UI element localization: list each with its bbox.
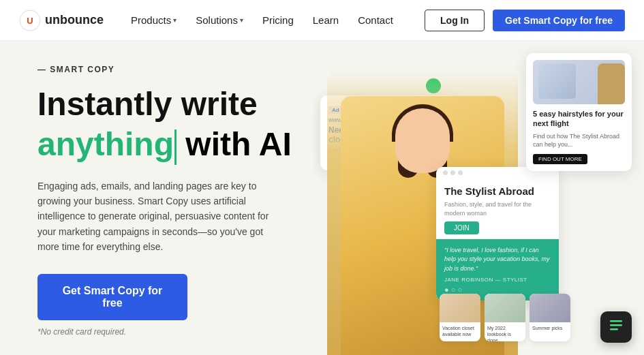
login-button[interactable]: Log In (425, 10, 485, 31)
nav-links: Products ▾ Solutions ▾ Pricing Learn Con… (123, 10, 425, 30)
hero-right: Ad www.cheapvitaminsmart.ca Need help wi… (313, 41, 644, 355)
brand-name: unbounce (45, 13, 104, 27)
hero-section: SMART COPY Instantly write anything with… (0, 41, 644, 355)
nav-item-learn[interactable]: Learn (305, 10, 347, 30)
eyebrow-label: SMART COPY (37, 65, 313, 74)
chat-widget-icon (608, 317, 624, 337)
stylist-sub: Fashion, style, and travel for the moder… (444, 200, 551, 217)
mini-card-text-3: Summer picks (530, 322, 570, 334)
blog-person-figure (598, 63, 625, 104)
hero-title-line2: anything with AI (37, 127, 313, 164)
nav-item-solutions[interactable]: Solutions ▾ (187, 10, 251, 30)
no-credit-note: *No credit card required. (37, 327, 313, 337)
svg-text:U: U (27, 16, 33, 26)
blog-cta[interactable]: FIND OUT MORE (533, 154, 587, 164)
svg-rect-4 (610, 328, 618, 330)
dot-2 (450, 170, 455, 175)
nav-item-pricing[interactable]: Pricing (254, 10, 302, 30)
stylist-card: The Stylist Abroad Fashion, style, and t… (436, 167, 559, 300)
hero-title-line1: Instantly write (37, 87, 313, 123)
blog-image-bg (538, 63, 576, 99)
chat-widget[interactable] (600, 311, 632, 343)
logo[interactable]: U unbounce (19, 10, 104, 31)
unbounce-logo-icon: U (19, 10, 41, 31)
hero-description: Engaging ads, emails, and landing pages … (37, 179, 283, 255)
chevron-down-icon: ▾ (173, 16, 177, 24)
chevron-down-icon: ▾ (240, 16, 243, 24)
mini-card-1: Vacation closet available now (440, 294, 480, 341)
join-button[interactable]: JOIN (444, 221, 479, 234)
mini-card-text-2: My 2022 lookbook is done (485, 322, 525, 341)
svg-rect-2 (610, 320, 622, 322)
product-cards-row: Vacation closet available now My 2022 lo… (440, 294, 576, 341)
hero-cta-button[interactable]: Get Smart Copy for free (37, 274, 187, 320)
navbar: U unbounce Products ▾ Solutions ▾ Pricin… (0, 0, 644, 41)
stylist-header: The Stylist Abroad Fashion, style, and t… (436, 179, 559, 238)
nav-actions: Log In Get Smart Copy for free (425, 10, 625, 31)
stylist-body: "I love travel, I love fashion, if I can… (436, 239, 559, 301)
blog-title: 5 easy hairstyles for your next flight (533, 109, 625, 129)
nav-item-contact[interactable]: Contact (350, 10, 401, 30)
blog-desc: Find out how The Stylist Abroad can help… (533, 132, 625, 149)
hero-title-anything: anything (37, 126, 174, 162)
stylist-author: JANE ROBINSON — STYLIST (444, 277, 551, 283)
mini-card-img-3 (530, 294, 570, 322)
chat-lines-icon (608, 317, 624, 333)
person-face (395, 108, 450, 173)
stylist-dots: ● ○ ○ (444, 285, 551, 294)
stylist-quote: "I love travel, I love fashion, if I can… (444, 246, 551, 274)
dot-1 (443, 170, 448, 175)
mini-card-img-2 (485, 294, 525, 322)
blog-card: ● ● ● 5 easy hairstyles for your next fl… (526, 53, 632, 171)
blog-card-image (533, 60, 625, 104)
svg-rect-3 (610, 324, 622, 326)
stylist-title: The Stylist Abroad (444, 185, 551, 198)
mini-card-img-1 (440, 294, 480, 322)
mini-card-3: Summer picks (530, 294, 570, 341)
hero-title-with-ai: with AI (177, 126, 292, 162)
nav-item-products[interactable]: Products ▾ (123, 10, 185, 30)
dot-3 (458, 170, 463, 175)
nav-cta-button[interactable]: Get Smart Copy for free (493, 10, 625, 31)
mini-card-text-1: Vacation closet available now (440, 322, 480, 340)
hero-left: SMART COPY Instantly write anything with… (0, 41, 313, 355)
mini-card-2: My 2022 lookbook is done (485, 294, 525, 341)
